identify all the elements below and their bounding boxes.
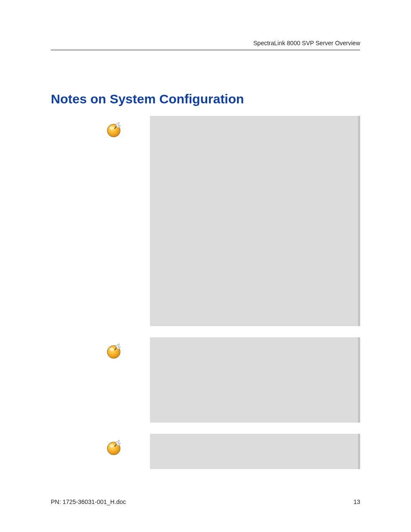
note-content — [150, 116, 360, 326]
running-header: SpectraLink 8000 SVP Server Overview — [51, 40, 360, 47]
svg-point-1 — [109, 127, 114, 130]
pushpin-icon — [105, 121, 122, 138]
note-block — [51, 434, 360, 469]
note-icon-cell — [92, 337, 135, 360]
document-page: SpectraLink 8000 SVP Server Overview Not… — [0, 0, 411, 532]
note-icon-cell — [92, 434, 135, 456]
pushpin-icon — [105, 439, 122, 456]
note-block — [51, 116, 360, 326]
note-icon-cell — [92, 116, 135, 138]
section-heading: Notes on System Configuration — [51, 92, 360, 106]
svg-point-7 — [109, 445, 114, 448]
footer-pn: PN: 1725-36031-001_H.doc — [51, 498, 126, 505]
svg-point-4 — [109, 348, 114, 351]
note-block — [51, 337, 360, 423]
header-rule — [51, 49, 360, 51]
note-content — [150, 337, 360, 423]
note-content — [150, 434, 360, 469]
page-footer: PN: 1725-36031-001_H.doc 13 — [51, 498, 360, 505]
pushpin-icon — [105, 342, 122, 360]
footer-page-number: 13 — [353, 498, 360, 505]
